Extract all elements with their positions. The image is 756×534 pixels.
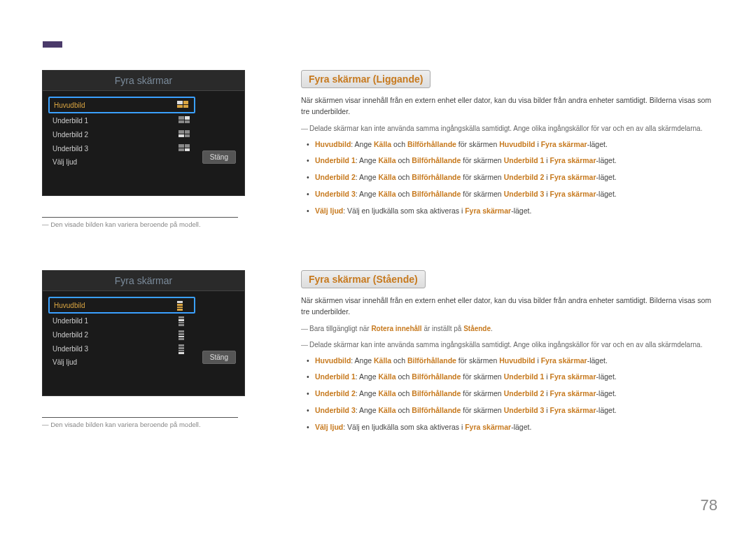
grid-sub1-icon	[178, 116, 191, 125]
column-main-icon	[177, 301, 190, 309]
bullet-main: Huvudbild: Ange Källa och Bilförhållande…	[315, 139, 718, 150]
bullet-main: Huvudbild: Ange Källa och Bilförhållande…	[315, 356, 718, 367]
heading-portrait: Fyra skärmar (Stående)	[301, 270, 426, 288]
note-portrait: Delade skärmar kan inte använda samma in…	[301, 339, 718, 350]
osd-item-sub1[interactable]: Underbild 1	[48, 113, 195, 127]
bullet-audio: Välj ljud: Välj en ljudkälla som ska akt…	[315, 206, 718, 217]
page-tab	[43, 41, 62, 48]
osd-item-sub3[interactable]: Underbild 3	[48, 342, 195, 356]
bullets-portrait: Huvudbild: Ange Källa och Bilförhållande…	[301, 356, 718, 433]
osd-item-sub2[interactable]: Underbild 2	[48, 127, 195, 141]
column-sub2-icon	[178, 330, 191, 339]
osd-item-audio[interactable]: Välj ljud	[48, 155, 195, 169]
grid-main-icon	[177, 101, 190, 109]
column-sub1-icon	[178, 316, 191, 325]
intro-landscape: När skärmen visar innehåll från en exter…	[301, 95, 718, 118]
bullet-sub3: Underbild 3: Ange Källa och Bilförhållan…	[315, 189, 718, 200]
bullet-sub1: Underbild 1: Ange Källa och Bilförhållan…	[315, 372, 718, 383]
bullet-sub2: Underbild 2: Ange Källa och Bilförhållan…	[315, 172, 718, 183]
osd-title: Fyra skärmar	[43, 71, 244, 91]
section-portrait: Fyra skärmar Huvudbild Underbild 1	[0, 270, 756, 438]
bullets-landscape: Huvudbild: Ange Källa och Bilförhållande…	[301, 139, 718, 217]
grid-sub2-icon	[178, 130, 191, 139]
osd-item-main[interactable]: Huvudbild	[48, 297, 195, 314]
osd-close-button[interactable]: Stäng	[202, 351, 236, 364]
osd-item-sub1[interactable]: Underbild 1	[48, 314, 195, 328]
page-number: 78	[701, 496, 718, 514]
footnote-landscape: ― Den visade bilden kan variera beroende…	[42, 217, 238, 228]
osd-close-button[interactable]: Stäng	[202, 150, 236, 164]
osd-title: Fyra skärmar	[43, 271, 244, 291]
footnote-portrait: ― Den visade bilden kan variera beroende…	[42, 417, 238, 428]
osd-panel-portrait: Fyra skärmar Huvudbild Underbild 1	[42, 270, 245, 396]
section-landscape: Fyra skärmar Huvudbild Underbild 1	[0, 70, 756, 228]
osd-item-main[interactable]: Huvudbild	[48, 97, 195, 113]
note-landscape: Delade skärmar kan inte använda samma in…	[301, 123, 718, 134]
bullet-sub2: Underbild 2: Ange Källa och Bilförhållan…	[315, 388, 718, 400]
osd-item-sub3[interactable]: Underbild 3	[48, 141, 195, 155]
column-sub3-icon	[178, 344, 191, 353]
intro-portrait: När skärmen visar innehåll från en exter…	[301, 295, 718, 318]
osd-item-sub2[interactable]: Underbild 2	[48, 328, 195, 342]
bullet-sub3: Underbild 3: Ange Källa och Bilförhållan…	[315, 405, 718, 416]
grid-sub3-icon	[178, 144, 191, 153]
osd-item-audio[interactable]: Välj ljud	[48, 356, 195, 369]
heading-landscape: Fyra skärmar (Liggande)	[301, 70, 430, 88]
osd-panel-landscape: Fyra skärmar Huvudbild Underbild 1	[42, 70, 245, 196]
note-availability: Bara tillgängligt när Rotera innehåll är…	[301, 323, 718, 334]
bullet-audio: Välj ljud: Välj en ljudkälla som ska akt…	[315, 422, 718, 433]
bullet-sub1: Underbild 1: Ange Källa och Bilförhållan…	[315, 155, 718, 167]
